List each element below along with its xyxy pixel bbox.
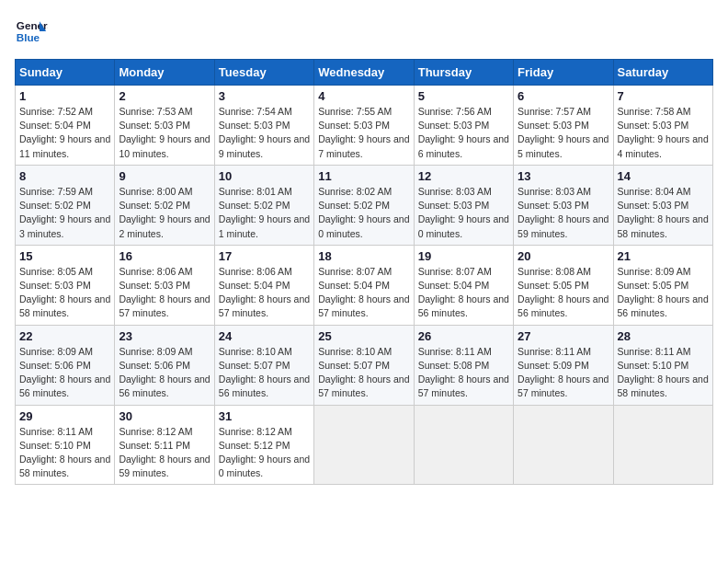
calendar-cell: 21 Sunrise: 8:09 AMSunset: 5:05 PMDaylig…	[613, 245, 712, 325]
day-number: 8	[19, 169, 110, 183]
calendar-cell: 28 Sunrise: 8:11 AMSunset: 5:10 PMDaylig…	[613, 325, 712, 405]
weekday-header-cell: Thursday	[414, 60, 513, 86]
calendar-cell: 10 Sunrise: 8:01 AMSunset: 5:02 PMDaylig…	[214, 165, 313, 245]
day-info: Sunrise: 7:52 AMSunset: 5:04 PMDaylight:…	[19, 105, 110, 161]
logo-icon: General Blue	[15, 15, 48, 48]
calendar-cell: 13 Sunrise: 8:03 AMSunset: 5:03 PMDaylig…	[514, 165, 613, 245]
day-info: Sunrise: 7:59 AMSunset: 5:02 PMDaylight:…	[19, 185, 110, 241]
day-number: 30	[119, 409, 210, 423]
day-info: Sunrise: 8:11 AMSunset: 5:10 PMDaylight:…	[19, 425, 110, 481]
day-number: 20	[518, 249, 609, 263]
day-info: Sunrise: 8:11 AMSunset: 5:08 PMDaylight:…	[418, 345, 509, 401]
calendar-cell: 25 Sunrise: 8:10 AMSunset: 5:07 PMDaylig…	[314, 325, 414, 405]
weekday-header-cell: Wednesday	[314, 60, 414, 86]
day-info: Sunrise: 8:03 AMSunset: 5:03 PMDaylight:…	[418, 185, 509, 241]
day-number: 5	[418, 89, 509, 103]
calendar-cell: 18 Sunrise: 8:07 AMSunset: 5:04 PMDaylig…	[314, 245, 414, 325]
calendar-cell	[414, 405, 513, 485]
day-number: 21	[618, 249, 709, 263]
day-info: Sunrise: 8:07 AMSunset: 5:04 PMDaylight:…	[418, 265, 509, 321]
weekday-header-cell: Tuesday	[214, 60, 313, 86]
calendar-cell: 20 Sunrise: 8:08 AMSunset: 5:05 PMDaylig…	[514, 245, 613, 325]
calendar-cell: 3 Sunrise: 7:54 AMSunset: 5:03 PMDayligh…	[214, 86, 313, 166]
day-info: Sunrise: 7:54 AMSunset: 5:03 PMDaylight:…	[219, 105, 310, 161]
calendar-week-row: 15 Sunrise: 8:05 AMSunset: 5:03 PMDaylig…	[16, 245, 713, 325]
calendar-cell: 7 Sunrise: 7:58 AMSunset: 5:03 PMDayligh…	[613, 86, 712, 166]
calendar-cell: 26 Sunrise: 8:11 AMSunset: 5:08 PMDaylig…	[414, 325, 513, 405]
calendar-cell: 5 Sunrise: 7:56 AMSunset: 5:03 PMDayligh…	[414, 86, 513, 166]
day-number: 9	[119, 169, 210, 183]
day-info: Sunrise: 8:06 AMSunset: 5:04 PMDaylight:…	[219, 265, 310, 321]
day-number: 26	[418, 329, 509, 343]
day-info: Sunrise: 7:55 AMSunset: 5:03 PMDaylight:…	[318, 105, 409, 161]
calendar-cell: 17 Sunrise: 8:06 AMSunset: 5:04 PMDaylig…	[214, 245, 313, 325]
day-info: Sunrise: 8:11 AMSunset: 5:09 PMDaylight:…	[518, 345, 609, 401]
calendar-cell: 2 Sunrise: 7:53 AMSunset: 5:03 PMDayligh…	[115, 86, 214, 166]
svg-text:Blue: Blue	[17, 31, 40, 43]
day-info: Sunrise: 8:09 AMSunset: 5:05 PMDaylight:…	[618, 265, 709, 321]
day-number: 19	[418, 249, 509, 263]
day-info: Sunrise: 8:10 AMSunset: 5:07 PMDaylight:…	[318, 345, 409, 401]
day-number: 22	[19, 329, 110, 343]
day-number: 3	[219, 89, 310, 103]
calendar-cell: 6 Sunrise: 7:57 AMSunset: 5:03 PMDayligh…	[514, 86, 613, 166]
day-number: 12	[418, 169, 509, 183]
day-number: 28	[618, 329, 709, 343]
day-info: Sunrise: 8:11 AMSunset: 5:10 PMDaylight:…	[618, 345, 709, 401]
calendar-cell: 12 Sunrise: 8:03 AMSunset: 5:03 PMDaylig…	[414, 165, 513, 245]
day-number: 4	[318, 89, 409, 103]
day-number: 17	[219, 249, 310, 263]
calendar-body: 1 Sunrise: 7:52 AMSunset: 5:04 PMDayligh…	[16, 86, 713, 485]
day-number: 29	[19, 409, 110, 423]
day-number: 31	[219, 409, 310, 423]
day-info: Sunrise: 8:08 AMSunset: 5:05 PMDaylight:…	[518, 265, 609, 321]
day-number: 7	[618, 89, 709, 103]
day-info: Sunrise: 8:09 AMSunset: 5:06 PMDaylight:…	[19, 345, 110, 401]
calendar-cell: 1 Sunrise: 7:52 AMSunset: 5:04 PMDayligh…	[16, 86, 115, 166]
calendar-cell: 29 Sunrise: 8:11 AMSunset: 5:10 PMDaylig…	[16, 405, 115, 485]
day-number: 2	[119, 89, 210, 103]
day-number: 18	[318, 249, 409, 263]
day-number: 15	[19, 249, 110, 263]
weekday-header-cell: Monday	[115, 60, 214, 86]
calendar-week-row: 1 Sunrise: 7:52 AMSunset: 5:04 PMDayligh…	[16, 86, 713, 166]
weekday-header-row: SundayMondayTuesdayWednesdayThursdayFrid…	[16, 60, 713, 86]
day-info: Sunrise: 7:57 AMSunset: 5:03 PMDaylight:…	[518, 105, 609, 161]
day-info: Sunrise: 8:10 AMSunset: 5:07 PMDaylight:…	[219, 345, 310, 401]
calendar-cell: 23 Sunrise: 8:09 AMSunset: 5:06 PMDaylig…	[115, 325, 214, 405]
day-info: Sunrise: 8:01 AMSunset: 5:02 PMDaylight:…	[219, 185, 310, 241]
calendar-cell: 27 Sunrise: 8:11 AMSunset: 5:09 PMDaylig…	[514, 325, 613, 405]
calendar-week-row: 22 Sunrise: 8:09 AMSunset: 5:06 PMDaylig…	[16, 325, 713, 405]
day-info: Sunrise: 8:03 AMSunset: 5:03 PMDaylight:…	[518, 185, 609, 241]
calendar-cell	[613, 405, 712, 485]
calendar-cell	[514, 405, 613, 485]
weekday-header-cell: Friday	[514, 60, 613, 86]
calendar-table: SundayMondayTuesdayWednesdayThursdayFrid…	[15, 59, 713, 485]
calendar-week-row: 29 Sunrise: 8:11 AMSunset: 5:10 PMDaylig…	[16, 405, 713, 485]
calendar-cell: 31 Sunrise: 8:12 AMSunset: 5:12 PMDaylig…	[214, 405, 313, 485]
day-number: 16	[119, 249, 210, 263]
day-info: Sunrise: 8:06 AMSunset: 5:03 PMDaylight:…	[119, 265, 210, 321]
day-number: 23	[119, 329, 210, 343]
calendar-cell: 30 Sunrise: 8:12 AMSunset: 5:11 PMDaylig…	[115, 405, 214, 485]
day-info: Sunrise: 7:56 AMSunset: 5:03 PMDaylight:…	[418, 105, 509, 161]
header: General Blue	[15, 15, 713, 48]
day-number: 27	[518, 329, 609, 343]
day-info: Sunrise: 8:02 AMSunset: 5:02 PMDaylight:…	[318, 185, 409, 241]
day-number: 25	[318, 329, 409, 343]
day-info: Sunrise: 8:07 AMSunset: 5:04 PMDaylight:…	[318, 265, 409, 321]
day-number: 24	[219, 329, 310, 343]
weekday-header-cell: Saturday	[613, 60, 712, 86]
day-number: 13	[518, 169, 609, 183]
calendar-cell: 24 Sunrise: 8:10 AMSunset: 5:07 PMDaylig…	[214, 325, 313, 405]
calendar-cell: 4 Sunrise: 7:55 AMSunset: 5:03 PMDayligh…	[314, 86, 414, 166]
calendar-cell: 16 Sunrise: 8:06 AMSunset: 5:03 PMDaylig…	[115, 245, 214, 325]
day-number: 1	[19, 89, 110, 103]
calendar-cell: 9 Sunrise: 8:00 AMSunset: 5:02 PMDayligh…	[115, 165, 214, 245]
weekday-header-cell: Sunday	[16, 60, 115, 86]
day-info: Sunrise: 8:12 AMSunset: 5:11 PMDaylight:…	[119, 425, 210, 481]
day-info: Sunrise: 8:00 AMSunset: 5:02 PMDaylight:…	[119, 185, 210, 241]
calendar-cell: 8 Sunrise: 7:59 AMSunset: 5:02 PMDayligh…	[16, 165, 115, 245]
day-number: 11	[318, 169, 409, 183]
day-number: 6	[518, 89, 609, 103]
